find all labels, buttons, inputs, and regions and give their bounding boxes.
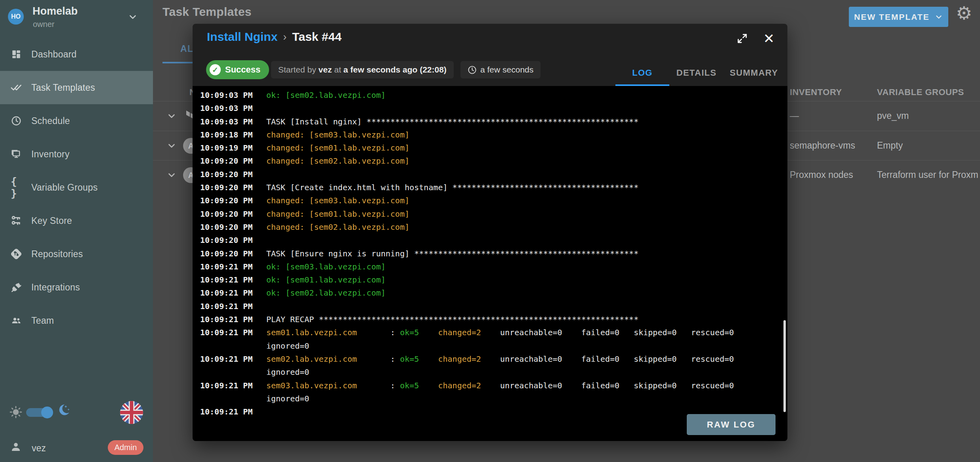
plug-icon (11, 282, 22, 293)
modal-tabs: LOG DETAILS SUMMARY (615, 59, 784, 86)
sidebar-item-task-templates[interactable]: Task Templates (0, 71, 153, 104)
sidebar-item-label: Variable Groups (31, 182, 98, 193)
started-user: vez (319, 65, 332, 74)
sidebar-nav: Dashboard Task Templates Schedule Invent… (0, 38, 153, 337)
check-circle-icon: ✓ (210, 64, 221, 75)
sidebar-item-label: Task Templates (31, 82, 95, 93)
task-number: Task #44 (292, 30, 342, 44)
monitor-icon (11, 149, 22, 160)
sidebar-item-label: Team (31, 315, 54, 326)
log-line: ignored=0 (200, 392, 787, 405)
column-header-inventory: INVENTORY (790, 87, 842, 97)
cell-inventory: Proxmox nodes (790, 170, 853, 180)
duration-text: a few seconds (480, 65, 533, 74)
page-title: Task Templates (162, 5, 252, 19)
status-badge: ✓ Success (206, 60, 269, 79)
log-line: 10:09:20 PMchanged: [sem02.lab.vezpi.com… (200, 155, 787, 168)
sidebar: HO Homelab owner Dashboard Task Template… (0, 0, 153, 462)
template-link[interactable]: Install Nginx (207, 30, 277, 44)
sidebar-item-variable-groups[interactable]: { } Variable Groups (0, 171, 153, 204)
log-line: 10:09:03 PMok: [sem02.lab.vezpi.com] (200, 89, 787, 102)
status-label: Success (225, 65, 260, 75)
log-scrollbar-thumb[interactable] (783, 320, 786, 412)
clock-icon (468, 65, 477, 74)
workspace-role: owner (33, 20, 54, 29)
sidebar-item-integrations[interactable]: Integrations (0, 271, 153, 304)
sidebar-item-label: Integrations (31, 282, 80, 293)
sidebar-item-key-store[interactable]: Key Store (0, 204, 153, 237)
log-line: 10:09:20 PMchanged: [sem02.lab.vezpi.com… (200, 221, 787, 234)
new-template-button[interactable]: NEW TEMPLATE (849, 7, 948, 27)
tab-log[interactable]: LOG (615, 59, 669, 86)
tab-all-underline (162, 62, 193, 63)
done-all-icon (11, 82, 22, 93)
tab-details[interactable]: DETAILS (669, 59, 724, 86)
log-line: 10:09:20 PMTASK [Ensure nginx is running… (200, 247, 787, 260)
person-icon (10, 441, 22, 453)
sidebar-item-team[interactable]: Team (0, 304, 153, 337)
sidebar-item-label: Repositories (31, 249, 83, 260)
log-line: 10:09:21 PMok: [sem01.lab.vezpi.com] (200, 273, 787, 286)
chevron-down-icon[interactable] (166, 170, 177, 180)
sun-icon (10, 406, 22, 418)
user-name: vez (32, 443, 46, 454)
log-output[interactable]: 10:09:03 PMok: [sem02.lab.vezpi.com]10:0… (193, 86, 787, 441)
log-line: 10:09:03 PM (200, 102, 787, 115)
expand-icon[interactable] (736, 32, 748, 44)
chevron-down-icon (128, 12, 138, 22)
sidebar-item-label: Key Store (31, 216, 72, 226)
log-line: 10:09:21 PMsem02.lab.vezpi.com : ok=5 ch… (200, 353, 787, 366)
started-time: a few seconds ago (22:08) (344, 65, 447, 74)
sidebar-item-label: Dashboard (31, 49, 76, 60)
sidebar-item-label: Inventory (31, 149, 69, 160)
keys-icon (11, 215, 22, 226)
sidebar-item-repositories[interactable]: Repositories (0, 237, 153, 271)
chevron-down-icon[interactable] (166, 141, 177, 151)
cell-variable-groups: Terraform user for Proxm (877, 170, 978, 180)
close-icon[interactable]: ✕ (763, 32, 775, 45)
started-info-chip: Started by vez at a few seconds ago (22:… (271, 61, 454, 78)
toggle-thumb[interactable] (41, 407, 53, 418)
log-line: 10:09:21 PM (200, 300, 787, 313)
language-flag-uk[interactable] (120, 401, 143, 424)
workspace-name: Homelab (32, 5, 78, 17)
log-line: 10:09:19 PMchanged: [sem01.lab.vezpi.com… (200, 141, 787, 155)
started-text: at (332, 65, 343, 74)
sidebar-item-dashboard[interactable]: Dashboard (0, 38, 153, 71)
log-lines: 10:09:03 PMok: [sem02.lab.vezpi.com]10:0… (200, 89, 787, 418)
workspace-avatar: HO (8, 9, 24, 25)
raw-log-button[interactable]: RAW LOG (687, 414, 776, 435)
sidebar-item-label: Schedule (31, 116, 70, 126)
started-text: Started by (278, 65, 319, 74)
admin-badge: Admin (108, 440, 143, 455)
cell-variable-groups: Empty (877, 140, 903, 151)
chevron-down-icon[interactable] (166, 111, 177, 121)
tab-summary[interactable]: SUMMARY (724, 59, 784, 86)
breadcrumb: Install Nginx › Task #44 (207, 30, 342, 44)
user-menu[interactable]: vez Admin (0, 436, 153, 462)
git-icon (11, 248, 22, 260)
cell-variable-groups: pve_vm (877, 111, 909, 121)
log-line: 10:09:18 PMchanged: [sem03.lab.vezpi.com… (200, 128, 787, 141)
log-line: 10:09:20 PM (200, 234, 787, 247)
log-line: 10:09:21 PMok: [sem03.lab.vezpi.com] (200, 260, 787, 273)
sidebar-item-schedule[interactable]: Schedule (0, 104, 153, 137)
dashboard-icon (11, 49, 22, 60)
log-line: 10:09:20 PMchanged: [sem03.lab.vezpi.com… (200, 194, 787, 207)
log-line: 10:09:03 PMTASK [Install nginx] ********… (200, 115, 787, 128)
log-line: 10:09:20 PM (200, 168, 787, 181)
screen: HO Homelab owner Dashboard Task Template… (0, 0, 980, 462)
duration-chip: a few seconds (460, 61, 541, 78)
moon-icon (56, 403, 71, 418)
log-line: 10:09:21 PMsem01.lab.vezpi.com : ok=5 ch… (200, 326, 787, 339)
log-line: 10:09:21 PMsem03.lab.vezpi.com : ok=5 ch… (200, 379, 787, 392)
log-line: 10:09:21 PMok: [sem02.lab.vezpi.com] (200, 286, 787, 300)
gear-icon[interactable]: ⚙ (956, 4, 972, 22)
task-modal: Install Nginx › Task #44 ✕ ✓ Success Sta… (193, 24, 787, 441)
dark-mode-toggle[interactable] (26, 408, 52, 417)
workspace-switcher[interactable]: HO Homelab owner (0, 0, 153, 38)
new-template-label: NEW TEMPLATE (854, 12, 929, 22)
people-icon (11, 315, 22, 326)
sidebar-item-inventory[interactable]: Inventory (0, 137, 153, 171)
clock-icon (11, 115, 22, 126)
